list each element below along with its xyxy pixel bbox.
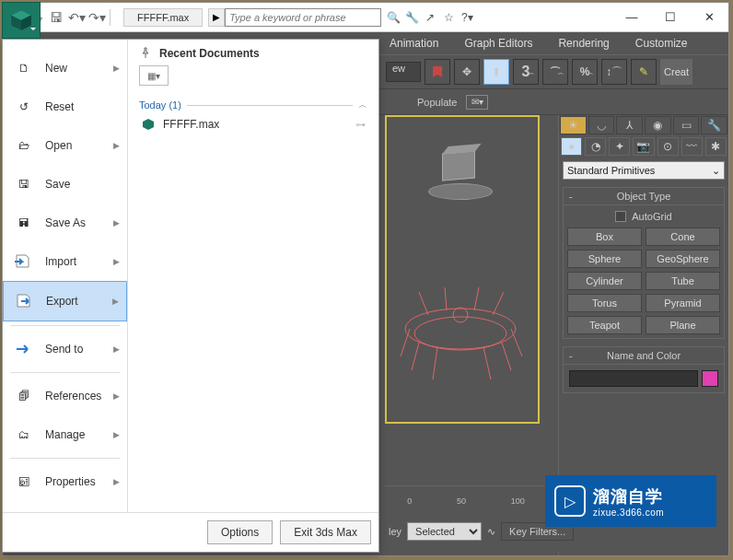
curve-icon[interactable]: ∿ bbox=[487, 526, 495, 538]
autogrid-checkbox[interactable] bbox=[615, 211, 626, 222]
label: Save As bbox=[45, 216, 86, 229]
options-button[interactable]: Options bbox=[207, 520, 273, 544]
hierarchy-icon[interactable]: ⅄ bbox=[616, 116, 643, 134]
undo-icon[interactable]: ↶▾ bbox=[67, 8, 86, 27]
display-icon[interactable]: ▭ bbox=[673, 116, 700, 134]
prim-box[interactable]: Box bbox=[567, 228, 642, 246]
prim-sphere[interactable]: Sphere bbox=[567, 250, 642, 268]
recent-view-dropdown[interactable]: ▦▾ bbox=[139, 65, 169, 86]
timeline[interactable]: 0 50 100 bbox=[385, 485, 547, 506]
object-name-input[interactable] bbox=[569, 370, 698, 387]
color-swatch[interactable] bbox=[702, 370, 718, 387]
app-menu-button-host bbox=[2, 2, 41, 39]
redo-icon[interactable]: ↷▾ bbox=[87, 8, 106, 27]
sun-icon[interactable]: ☀ bbox=[560, 116, 587, 134]
minimize-button[interactable]: — bbox=[612, 4, 651, 31]
selection-mode-dropdown[interactable]: Selected bbox=[407, 522, 482, 541]
menu-export[interactable]: Export▶ bbox=[3, 281, 127, 321]
systems-icon[interactable]: ✱ bbox=[705, 137, 727, 156]
menu-reset[interactable]: ↺Reset bbox=[3, 88, 127, 126]
snap-3[interactable]: 3⌒ bbox=[513, 59, 539, 85]
exit-button[interactable]: Exit 3ds Max bbox=[280, 520, 371, 544]
titlebar: 🗋 🗁 🖫 ↶▾ ↷▾ FFFFF.max ▶ 🔍 🔧 ↗ ☆ ?▾ — ☐ ✕ bbox=[3, 3, 728, 32]
label: Send to bbox=[45, 343, 83, 356]
bookmark-icon[interactable] bbox=[425, 59, 450, 85]
chevron-up-icon[interactable]: ︿ bbox=[358, 99, 367, 111]
menu-save[interactable]: 🖫Save bbox=[3, 165, 127, 204]
close-button[interactable]: ✕ bbox=[690, 4, 728, 31]
prim-pyramid[interactable]: Pyramid bbox=[646, 294, 720, 312]
application-button[interactable] bbox=[2, 2, 41, 39]
search-go-icon[interactable]: ▶ bbox=[208, 8, 225, 27]
selection-filter[interactable]: ew bbox=[386, 62, 421, 82]
snap-angle[interactable]: ⌒⌒ bbox=[542, 59, 568, 85]
recent-header: Recent Documents bbox=[139, 47, 367, 60]
autogrid-row[interactable]: AutoGrid bbox=[567, 209, 720, 228]
separator bbox=[110, 9, 111, 26]
autogrid-label: AutoGrid bbox=[632, 211, 671, 222]
key-icon[interactable]: 🔧 bbox=[403, 9, 420, 26]
menu-import[interactable]: Import▶ bbox=[3, 242, 127, 281]
utilities-icon[interactable]: 🔧 bbox=[701, 116, 727, 134]
manage-icon: 🗂 bbox=[12, 423, 36, 447]
motion-icon[interactable]: ◉ bbox=[645, 116, 671, 134]
move-icon[interactable]: ✥ bbox=[454, 59, 480, 85]
scene-object-box bbox=[424, 145, 497, 200]
primitive-category-dropdown[interactable]: Standard Primitives⌄ bbox=[563, 161, 725, 180]
prim-cylinder[interactable]: Cylinder bbox=[567, 272, 642, 290]
menu-send-to[interactable]: Send to▶ bbox=[3, 330, 127, 368]
menu-graph-editors[interactable]: Graph Editors bbox=[464, 37, 532, 50]
prim-geosphere[interactable]: GeoSphere bbox=[646, 250, 720, 268]
create-selection-set[interactable]: Creat bbox=[660, 59, 692, 85]
share-icon[interactable]: ↗ bbox=[422, 9, 438, 26]
material-editor-icon[interactable]: ✎ bbox=[631, 59, 657, 85]
import-icon bbox=[12, 250, 36, 274]
prim-teapot[interactable]: Teapot bbox=[567, 316, 642, 334]
svg-point-1 bbox=[414, 317, 506, 350]
recent-file-item[interactable]: FFFFF.max ⊶ bbox=[139, 111, 367, 137]
shapes-icon[interactable]: ◔ bbox=[585, 137, 606, 156]
menu-properties[interactable]: 🗟Properties▶ bbox=[3, 462, 127, 501]
star-icon[interactable]: ☆ bbox=[440, 9, 457, 26]
label: Open bbox=[45, 139, 72, 152]
snap-percent[interactable]: %⌒ bbox=[572, 59, 598, 85]
spinner-snap-icon[interactable]: ↕⌒ bbox=[601, 59, 627, 85]
prim-tube[interactable]: Tube bbox=[646, 272, 720, 290]
watermark: ▷ 溜溜自学 zixue.3d66.com bbox=[545, 475, 716, 527]
spacewarps-icon[interactable]: 〰 bbox=[681, 137, 703, 156]
prim-torus[interactable]: Torus bbox=[567, 294, 642, 312]
application-menu: 🗋New▶ ↺Reset 🗁Open▶ 🖫Save 🖬Save As▶ Impo… bbox=[2, 39, 379, 553]
save-file-icon[interactable]: 🖫 bbox=[47, 8, 65, 27]
lights-icon[interactable]: ✦ bbox=[609, 137, 630, 156]
help-icon[interactable]: ?▾ bbox=[459, 9, 475, 26]
help-toolbar: 🔍 🔧 ↗ ☆ ?▾ bbox=[385, 9, 475, 26]
menu-new[interactable]: 🗋New▶ bbox=[3, 49, 127, 88]
menu-open[interactable]: 🗁Open▶ bbox=[3, 126, 127, 165]
geometry-icon[interactable]: ● bbox=[561, 137, 582, 156]
helpers-icon[interactable]: ⊙ bbox=[657, 137, 679, 156]
menu-customize[interactable]: Customize bbox=[635, 37, 688, 50]
binoculars-icon[interactable]: 🔍 bbox=[385, 9, 401, 26]
envelope-icon[interactable]: ✉▾ bbox=[466, 95, 488, 110]
search-input[interactable] bbox=[225, 8, 381, 27]
arc-icon[interactable]: ◡ bbox=[588, 116, 615, 134]
menu-save-as[interactable]: 🖬Save As▶ bbox=[3, 204, 127, 242]
menu-references[interactable]: 🗐References▶ bbox=[3, 377, 127, 415]
scene-object-wireframe bbox=[382, 264, 539, 393]
arrow-icon: ▶ bbox=[113, 430, 120, 439]
prim-plane[interactable]: Plane bbox=[646, 316, 720, 334]
menu-rendering[interactable]: Rendering bbox=[558, 37, 609, 50]
rollup-header[interactable]: -Object Type bbox=[564, 188, 724, 205]
rollup-header-nc[interactable]: -Name and Color bbox=[564, 347, 724, 365]
menu-animation[interactable]: Animation bbox=[390, 37, 438, 50]
viewport[interactable] bbox=[385, 115, 540, 424]
menu-manage[interactable]: 🗂Manage▶ bbox=[3, 415, 127, 454]
prim-cone[interactable]: Cone bbox=[646, 228, 720, 246]
select-move-icon[interactable]: ⬆ bbox=[483, 59, 509, 85]
maximize-button[interactable]: ☐ bbox=[651, 4, 690, 31]
pin-icon[interactable]: ⊶ bbox=[355, 119, 366, 131]
populate-label[interactable]: Populate bbox=[417, 97, 457, 108]
cameras-icon[interactable]: 📷 bbox=[633, 137, 654, 156]
collapse-icon: - bbox=[569, 191, 573, 202]
label: Properties bbox=[45, 475, 96, 488]
